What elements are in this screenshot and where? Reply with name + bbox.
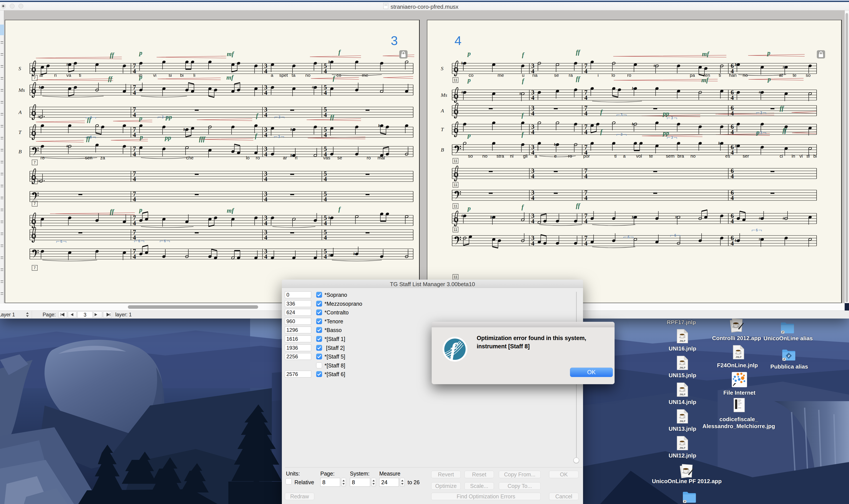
- svg-text:ti: ti: [614, 154, 617, 159]
- svg-text:4: 4: [731, 110, 734, 117]
- svg-text:4: 4: [133, 253, 136, 260]
- svg-text:b: b: [291, 153, 292, 158]
- svg-text:fff: fff: [199, 136, 206, 142]
- svg-text:ri: ri: [295, 155, 297, 160]
- svg-text:S: S: [18, 66, 21, 71]
- svg-text:ta: ta: [292, 73, 295, 78]
- svg-text:3: 3: [90, 135, 92, 139]
- svg-text:4: 4: [731, 128, 734, 136]
- svg-text:mf: mf: [701, 76, 709, 84]
- svg-text:p: p: [139, 49, 142, 56]
- svg-text:va: va: [66, 73, 71, 78]
- svg-text:no: no: [743, 73, 748, 78]
- svg-text:4: 4: [133, 111, 136, 118]
- svg-text:por: por: [583, 154, 590, 159]
- svg-text:ff: ff: [782, 127, 787, 134]
- svg-text:p: p: [756, 129, 760, 136]
- svg-text:f: f: [333, 75, 336, 82]
- svg-text:p: p: [467, 205, 471, 212]
- svg-text:f: f: [522, 77, 525, 84]
- svg-text:JNLP: JNLP: [680, 366, 685, 369]
- svg-text:4: 4: [324, 220, 327, 227]
- svg-text:f: f: [338, 49, 341, 56]
- svg-text:4: 4: [264, 234, 268, 241]
- svg-text:4: 4: [324, 253, 327, 260]
- svg-text:p: p: [139, 114, 142, 122]
- svg-text:pp: pp: [662, 130, 669, 137]
- svg-text:ar: ar: [283, 155, 287, 160]
- svg-text:f: f: [600, 108, 603, 115]
- svg-text:b: b: [632, 215, 634, 219]
- svg-text:me: me: [362, 73, 368, 78]
- svg-text:b: b: [39, 85, 41, 89]
- svg-text:codicefiscale_: codicefiscale_: [719, 416, 758, 422]
- svg-text:si: si: [806, 154, 810, 159]
- svg-text:b: b: [735, 62, 737, 67]
- svg-text:7: 7: [34, 76, 36, 80]
- svg-text:te: te: [793, 73, 797, 78]
- svg-text:3: 3: [760, 131, 762, 134]
- svg-text:4: 4: [584, 68, 588, 75]
- svg-text:7: 7: [34, 202, 36, 206]
- svg-text:Ms: Ms: [18, 87, 25, 93]
- svg-text:Controlli 2012.app: Controlli 2012.app: [712, 335, 761, 341]
- svg-text:7: 7: [34, 266, 36, 270]
- svg-text:ra: ra: [569, 73, 573, 78]
- svg-text:b: b: [378, 124, 380, 128]
- svg-text:i: i: [598, 73, 599, 78]
- svg-text:ro: ro: [627, 73, 631, 78]
- svg-text:ro: ro: [568, 154, 572, 159]
- svg-text:4: 4: [264, 111, 268, 118]
- svg-text:mai: mai: [378, 155, 385, 160]
- svg-text:at: at: [779, 73, 783, 78]
- svg-text:4: 4: [264, 176, 268, 182]
- svg-text:no: no: [305, 73, 310, 78]
- svg-text:6: 6: [756, 228, 758, 232]
- svg-text:#: #: [759, 216, 761, 220]
- svg-text:4: 4: [324, 234, 327, 241]
- svg-text:Ms: Ms: [440, 92, 447, 98]
- svg-text:f: f: [522, 203, 524, 211]
- svg-text:JNLP: JNLP: [680, 447, 685, 449]
- svg-text:b: b: [183, 127, 185, 131]
- svg-text:me: me: [498, 73, 504, 78]
- svg-text:lo: lo: [612, 73, 615, 78]
- svg-text:a: a: [623, 154, 626, 159]
- svg-text:4: 4: [264, 68, 268, 75]
- svg-text:3: 3: [671, 136, 673, 139]
- svg-text:4: 4: [264, 131, 268, 138]
- svg-text:ro: ro: [40, 155, 44, 160]
- svg-text:li: li: [193, 73, 195, 78]
- svg-text:4: 4: [324, 131, 327, 138]
- svg-text:bra: bra: [678, 154, 684, 159]
- svg-text:4: 4: [731, 149, 734, 156]
- svg-text:11: 11: [454, 228, 457, 232]
- svg-text:6: 6: [138, 239, 140, 243]
- svg-text:b: b: [328, 216, 330, 220]
- svg-text:4: 4: [324, 111, 327, 118]
- svg-text:mf: mf: [227, 51, 235, 57]
- svg-text:4: 4: [531, 149, 535, 156]
- svg-text:4: 4: [264, 89, 268, 96]
- svg-text:4: 4: [531, 110, 535, 117]
- svg-text:a: a: [535, 154, 537, 159]
- svg-text:b: b: [291, 127, 292, 131]
- svg-text:b: b: [735, 238, 737, 242]
- svg-text:JNLP: JNLP: [680, 393, 685, 396]
- svg-text:u: u: [522, 73, 525, 78]
- svg-text:A: A: [440, 108, 444, 113]
- svg-text:lo: lo: [246, 155, 250, 160]
- svg-text:4: 4: [324, 196, 327, 203]
- svg-text:ff: ff: [576, 49, 581, 56]
- svg-text:4: 4: [731, 173, 734, 180]
- svg-text:ti: ti: [79, 73, 81, 78]
- svg-text:UnicoOnLine PF 2012.app: UnicoOnLine PF 2012.app: [652, 478, 722, 484]
- svg-text:3: 3: [391, 34, 398, 48]
- svg-text:p: p: [467, 76, 471, 84]
- svg-text:UNI14.jnlp: UNI14.jnlp: [668, 399, 696, 405]
- svg-text:f: f: [338, 206, 341, 213]
- svg-text:6: 6: [164, 239, 166, 243]
- svg-text:in: in: [792, 154, 795, 159]
- svg-text:4: 4: [133, 89, 136, 96]
- svg-text:p: p: [139, 73, 142, 80]
